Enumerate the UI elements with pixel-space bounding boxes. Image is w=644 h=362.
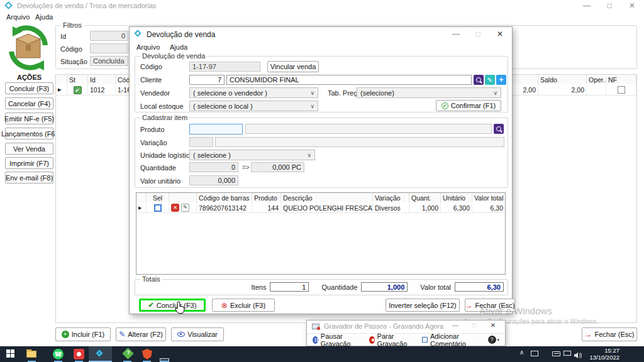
produto-nome-input[interactable] <box>245 124 492 134</box>
vendedor-select[interactable]: ( selecione o vendedor )∨ <box>189 87 318 98</box>
whatsapp-taskbar-icon[interactable]: ☎ <box>53 349 64 359</box>
add-comment-button[interactable]: Adicionar Comentário <box>422 332 479 348</box>
variacao-nome-input[interactable] <box>215 137 504 147</box>
file-explorer-taskbar-icon[interactable] <box>26 349 36 358</box>
row-st-cell: ✔ <box>67 84 88 96</box>
grid-header-saldo[interactable]: Saldo <box>538 75 587 84</box>
inverter-selecao-button[interactable]: Inverter seleção (F12) <box>386 299 460 312</box>
red-app-taskbar-icon[interactable] <box>74 349 84 359</box>
items-header-unitario[interactable]: Unitário <box>441 193 472 202</box>
items-header-variacao[interactable]: Variação <box>373 193 409 202</box>
quantidade-convertida-input[interactable]: 0,000 PC <box>251 162 304 172</box>
visualizar-button[interactable]: Visualizar <box>171 327 224 341</box>
acao-imprimir-button[interactable]: Imprimir (F7) <box>5 157 53 169</box>
confirmar-button[interactable]: ✔ Confirmar (F1) <box>436 100 501 111</box>
grid-header-selector <box>56 75 67 84</box>
dialog-menu-ajuda[interactable]: Ajuda <box>170 43 187 51</box>
main-menu-arquivo[interactable]: Arquivo <box>6 13 30 21</box>
dialog-concluir-button[interactable]: ✔ Concluir (F3) <box>139 299 206 312</box>
incluir-button[interactable]: + Incluir (F1) <box>55 327 111 341</box>
items-header-sel[interactable]: Sel <box>147 193 169 202</box>
sel-checkbox[interactable] <box>154 204 162 212</box>
tray-volume-icon[interactable] <box>574 350 582 361</box>
dialog-close-button[interactable]: ✕ <box>493 30 507 38</box>
filter-situacao-label: Situação <box>60 58 87 65</box>
valor-unitario-input[interactable]: 0,000 <box>189 175 238 185</box>
dialog-titlebar[interactable]: Devolução de venda — □ ✕ <box>130 27 512 41</box>
unidade-logistica-select[interactable]: ( selecione )∨ <box>189 150 315 160</box>
items-header-desc[interactable]: Descrição <box>281 193 373 202</box>
items-header-quant[interactable]: Quant. <box>409 193 441 202</box>
filter-codigo-input[interactable] <box>90 43 128 53</box>
produto-search-button[interactable] <box>494 124 504 134</box>
local-estoque-select[interactable]: ( selecione o local )∨ <box>189 101 318 111</box>
exit-icon: → <box>465 301 473 310</box>
alterar-button[interactable]: ✎ Alterar (F2) <box>116 327 166 341</box>
tray-network-icon[interactable] <box>564 351 571 356</box>
acao-ver-venda-button[interactable]: Ver Venda <box>5 143 53 155</box>
items-header-barras[interactable]: Código de barras <box>197 193 252 202</box>
dialog-maximize-button[interactable]: □ <box>471 30 485 38</box>
chevron-down-icon: ∨ <box>493 90 497 96</box>
recorder-maximize-button[interactable]: □ <box>467 322 481 329</box>
variacao-codigo-input[interactable] <box>189 137 213 147</box>
cliente-search-button[interactable] <box>474 75 484 85</box>
grid-header-oper[interactable]: Oper. <box>587 75 606 84</box>
nf-checkbox[interactable] <box>618 86 625 94</box>
filter-id-input[interactable]: 0 <box>90 31 128 41</box>
produto-label: Produto <box>140 126 165 133</box>
grid-header-nf[interactable]: NF <box>606 75 636 84</box>
main-maximize-button[interactable]: □ <box>602 1 616 10</box>
produto-codigo-input[interactable] <box>189 124 243 134</box>
cliente-edit-button[interactable]: ✎ <box>485 75 495 85</box>
recorder-help-button[interactable]: ? ▾ <box>488 336 500 344</box>
cliente-id-input[interactable]: 7 <box>189 75 225 85</box>
vincular-venda-button[interactable]: Vincular venda <box>267 61 319 72</box>
tab-preco-select[interactable]: (selecione)∨ <box>357 87 501 98</box>
acao-emitir-nfe-button[interactable]: Emitir NF-e (F5) <box>5 112 53 124</box>
dialog-menu-arquivo[interactable]: Arquivo <box>136 43 160 51</box>
active-app-slot[interactable] <box>89 346 112 362</box>
items-header-produto[interactable]: Produto <box>252 193 281 202</box>
start-button[interactable] <box>6 349 15 358</box>
variacao-label: Variação <box>140 139 167 146</box>
delete-item-icon[interactable]: ✕ <box>171 204 179 212</box>
main-close-button[interactable]: ✕ <box>625 1 639 10</box>
recorder-titlebar[interactable]: Gravador de Passos - Gravando Agora — □ … <box>307 321 505 333</box>
codigo-input[interactable]: 1-17-97 <box>189 62 260 72</box>
recorder-close-button[interactable]: ✕ <box>486 322 500 329</box>
items-header-total[interactable]: Valor total <box>472 193 505 202</box>
taskbar-clock[interactable]: 15:27 13/10/2022 <box>587 348 619 361</box>
grid-header-st[interactable]: St <box>67 75 88 84</box>
cliente-label: Cliente <box>140 76 162 84</box>
dialog-minimize-button[interactable]: — <box>449 30 463 38</box>
grid-header-id[interactable]: Id <box>88 75 116 84</box>
dialog-excluir-button[interactable]: ⊗ Excluir (F3) <box>212 299 275 312</box>
stop-recording-button[interactable]: Parar Gravação <box>369 332 413 348</box>
pause-recording-button[interactable]: Pausar Gravação <box>313 332 360 348</box>
tray-keyboard-icon[interactable] <box>552 351 560 356</box>
brave-taskbar-icon[interactable] <box>142 349 152 359</box>
quantidade-input[interactable]: 0 <box>189 162 238 172</box>
table-row[interactable]: ▶ ✕ ✎ 7896207613142 144 QUEIJO POLENGHI … <box>136 202 505 213</box>
cliente-nome-input[interactable]: CONSUMIDOR FINAL <box>226 75 472 85</box>
acao-env-email-button[interactable]: Env e-mail (F8) <box>5 172 53 184</box>
row-quant-cell: 1,000 <box>409 202 441 213</box>
edit-item-icon[interactable]: ✎ <box>181 204 189 212</box>
row-desc-cell: QUEIJO POLENGHI FRESCATINO ... <box>281 202 373 213</box>
acao-cancelar-button[interactable]: Cancelar (F4) <box>5 97 53 109</box>
local-estoque-label: Local estoque <box>140 102 184 110</box>
tray-cast-icon[interactable] <box>531 351 538 356</box>
main-menu-ajuda[interactable]: Ajuda <box>35 13 53 21</box>
filter-situacao-select[interactable]: Concluída <box>90 56 128 66</box>
comment-icon <box>422 337 428 343</box>
acao-lancamentos-button[interactable]: Lançamentos (F6) <box>5 128 53 140</box>
items-header-selector <box>136 193 147 202</box>
tray-chevron-up-icon[interactable]: ∧ <box>519 349 524 356</box>
acao-concluir-button[interactable]: Concluir (F3) <box>5 82 53 94</box>
main-minimize-button[interactable]: — <box>580 1 594 10</box>
recorder-minimize-button[interactable]: — <box>448 322 462 329</box>
main-fechar-button[interactable]: → Fechar (Esc) <box>582 327 637 341</box>
help-app-taskbar-icon[interactable]: ? <box>122 348 133 359</box>
cliente-add-button[interactable]: + <box>496 75 506 85</box>
